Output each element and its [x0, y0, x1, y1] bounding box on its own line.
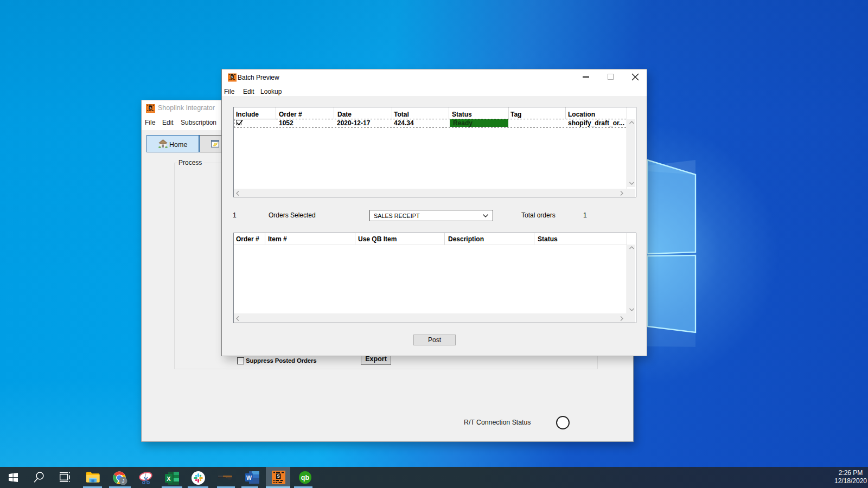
svg-text:J: J: [122, 478, 125, 484]
svg-text:S: S: [149, 106, 151, 110]
svg-text:S: S: [277, 473, 280, 479]
svg-text:qb: qb: [301, 474, 310, 481]
svg-text:W: W: [246, 474, 252, 481]
svg-text:X: X: [167, 476, 171, 482]
svg-text:S: S: [231, 75, 233, 79]
